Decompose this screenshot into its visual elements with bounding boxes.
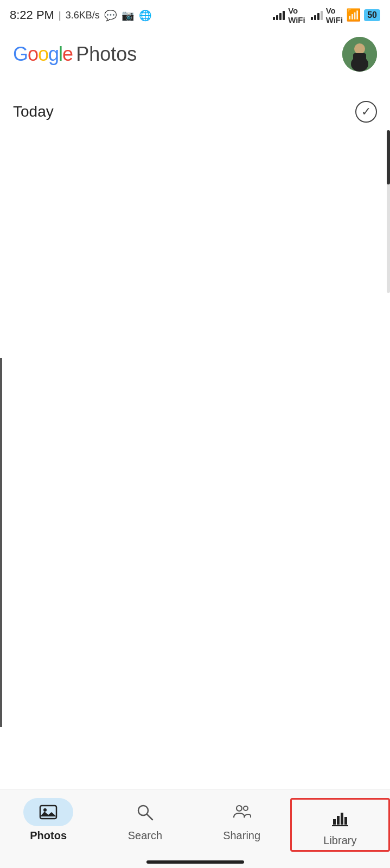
svg-point-1: [354, 43, 365, 54]
wifi-icon: 📶: [346, 8, 361, 22]
photos-logo-text: Photos: [76, 43, 137, 66]
bottom-navigation: Photos Search S: [0, 789, 390, 868]
library-icon-container: [315, 803, 365, 831]
instagram-icon: 📷: [122, 9, 135, 22]
whatsapp-icon: 💬: [104, 9, 117, 22]
status-left: 8:22 PM | 3.6KB/s 💬 📷 🌐: [10, 8, 152, 22]
svg-rect-12: [341, 813, 343, 825]
avatar[interactable]: [342, 37, 377, 72]
svg-point-8: [236, 806, 242, 811]
scrollbar-track[interactable]: [387, 130, 390, 293]
library-tab-label: Library: [323, 834, 356, 847]
battery-indicator: 50: [364, 9, 380, 21]
signal-bars-2: [311, 10, 323, 20]
nav-items-container: Photos Search S: [0, 798, 390, 852]
left-border-accent: [0, 358, 2, 727]
photos-tab-label: Photos: [30, 829, 67, 842]
svg-rect-3: [353, 53, 366, 64]
search-icon-container: [120, 798, 170, 826]
google-logo-text: Google: [13, 43, 73, 66]
tab-library[interactable]: Library: [290, 798, 390, 852]
search-tab-label: Search: [128, 829, 162, 842]
avatar-image: [342, 37, 377, 72]
svg-rect-4: [40, 806, 56, 819]
sharing-icon: [232, 802, 252, 822]
svg-rect-10: [333, 819, 336, 825]
svg-point-5: [43, 808, 47, 812]
tab-search[interactable]: Search: [97, 798, 193, 842]
vo-wifi-label-1: VoWiFi: [288, 6, 305, 24]
svg-line-7: [147, 814, 152, 820]
chrome-icon: 🌐: [139, 9, 152, 22]
today-label: Today: [13, 103, 54, 120]
today-section-header: Today ✓: [0, 91, 390, 130]
sharing-tab-label: Sharing: [223, 829, 260, 842]
svg-rect-13: [344, 817, 347, 825]
tab-photos[interactable]: Photos: [0, 798, 97, 842]
status-right: VoWiFi VoWiFi 📶 50: [273, 6, 380, 24]
checkmark-icon: ✓: [361, 106, 371, 118]
home-indicator: [146, 860, 244, 864]
library-icon: [330, 807, 350, 827]
app-header: Google Photos: [0, 28, 390, 80]
scrollbar-thumb[interactable]: [387, 130, 390, 184]
signal-bars-1: [273, 10, 285, 20]
vo-wifi-label-2: VoWiFi: [326, 6, 343, 24]
photo-grid-area: [0, 130, 390, 510]
time-display: 8:22 PM: [10, 8, 54, 22]
battery-level: 50: [367, 10, 377, 20]
speed-display: |: [59, 10, 61, 21]
search-icon: [135, 802, 155, 822]
sharing-icon-container: [217, 798, 267, 826]
data-speed: 3.6KB/s: [66, 10, 100, 21]
photos-icon-bg: [23, 798, 73, 826]
app-logo: Google Photos: [13, 43, 137, 66]
svg-point-9: [244, 806, 248, 810]
svg-rect-11: [337, 816, 340, 825]
status-bar: 8:22 PM | 3.6KB/s 💬 📷 🌐 VoWiFi VoWiFi 📶 …: [0, 0, 390, 28]
select-day-button[interactable]: ✓: [355, 101, 377, 123]
tab-sharing[interactable]: Sharing: [194, 798, 290, 842]
photo-icon: [39, 802, 58, 822]
